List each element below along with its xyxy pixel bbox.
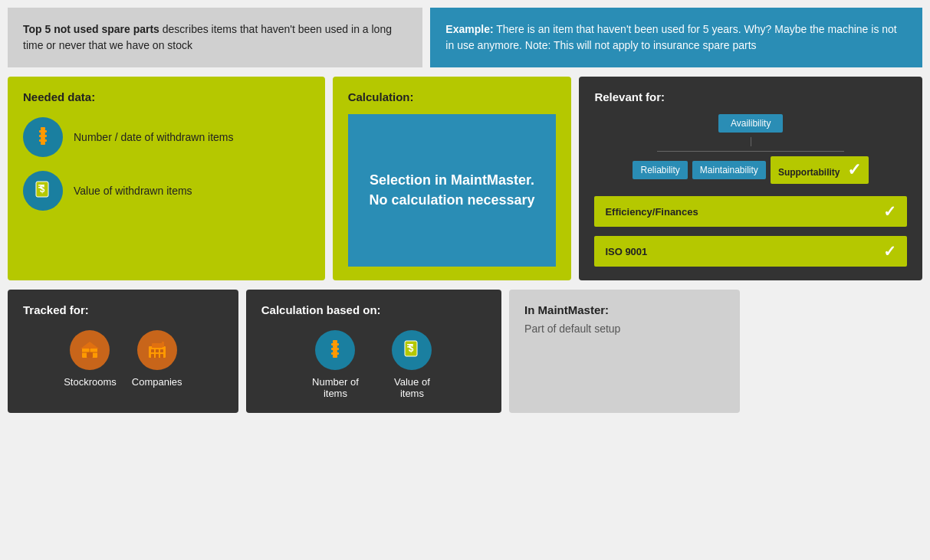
reliability-box: Reliability — [633, 161, 687, 179]
calculation-panel: Calculation: Selection in MaintMaster. N… — [333, 77, 572, 280]
relevance-diagram: Availibility Reliability Maintainability… — [594, 114, 907, 267]
companies-icon-circle — [137, 330, 177, 370]
svg-rect-28 — [331, 348, 339, 350]
supportability-check: ✓ — [847, 160, 861, 179]
top-right-example: Example: There is an item that haven't b… — [430, 8, 922, 67]
calc-box: Selection in MaintMaster. No calculation… — [348, 114, 557, 267]
needed-data-title: Needed data: — [23, 90, 310, 103]
svg-rect-21 — [151, 354, 154, 358]
relevant-for-title: Relevant for: — [594, 90, 907, 103]
svg-rect-2 — [41, 133, 45, 135]
svg-rect-35 — [407, 346, 411, 348]
relevant-for-panel: Relevant for: Availibility Reliability M… — [579, 77, 922, 280]
diagram-middle-row: Reliability Maintainability Supportabili… — [594, 156, 907, 184]
top-section: Top 5 not used spare parts describes ite… — [8, 8, 922, 67]
connector-h — [657, 151, 845, 152]
stockrooms-label: Stockrooms — [64, 376, 117, 388]
svg-marker-12 — [81, 342, 99, 349]
top-right-rest: There is an item that haven't been used … — [445, 23, 896, 51]
iso-row: ISO 9001 ✓ — [594, 236, 907, 267]
svg-rect-9 — [38, 185, 44, 186]
top-left-description: Top 5 not used spare parts describes ite… — [8, 8, 422, 67]
number-items-icon — [324, 339, 347, 362]
value-items-icon-circle-2: $ — [392, 330, 432, 370]
svg-rect-22 — [156, 354, 159, 358]
calc-based-title: Calculation based on: — [261, 303, 486, 316]
iso-check: ✓ — [883, 242, 896, 260]
middle-section: Needed data: Number / date of withdrawn … — [8, 77, 922, 280]
top-left-bold: Top 5 not used spare parts — [23, 23, 159, 35]
stockrooms-icon-circle — [70, 330, 110, 370]
companies-icon — [146, 339, 169, 362]
calc-box-text: Selection in MaintMaster. No calculation… — [363, 171, 541, 209]
tracked-for-panel: Tracked for: Stockrooms — [8, 290, 238, 413]
svg-rect-17 — [152, 343, 163, 348]
svg-rect-19 — [156, 349, 159, 352]
svg-rect-23 — [160, 354, 163, 358]
svg-rect-25 — [333, 340, 337, 343]
top-right-bold: Example: — [445, 23, 493, 35]
availability-box: Availibility — [718, 114, 783, 133]
svg-rect-6 — [41, 142, 45, 145]
svg-rect-10 — [38, 187, 42, 188]
svg-rect-30 — [331, 352, 339, 355]
svg-rect-4 — [41, 137, 45, 139]
withdrawn-items-icon-circle — [23, 117, 63, 157]
value-items-label: Value of items — [381, 376, 442, 399]
supportability-box: Supportability ✓ — [771, 156, 869, 184]
value-items-icon: $ — [400, 339, 423, 362]
svg-rect-29 — [333, 350, 337, 352]
svg-rect-5 — [39, 139, 47, 142]
connector-1 — [751, 137, 751, 146]
svg-rect-3 — [39, 135, 47, 137]
in-maintmaster-panel: In MaintMaster: Part of default setup — [509, 290, 740, 413]
needed-data-label-1: Number / date of withdrawn items — [74, 131, 234, 143]
svg-rect-1 — [39, 130, 47, 133]
svg-rect-0 — [41, 127, 45, 130]
tracked-icons-container: Stockrooms — [23, 330, 223, 388]
efficiency-row: Efficiency/Finances ✓ — [594, 196, 907, 227]
svg-rect-20 — [160, 349, 163, 352]
svg-rect-34 — [407, 344, 413, 345]
tracked-item-companies: Companies — [132, 330, 182, 388]
number-items-icon-circle — [315, 330, 355, 370]
needed-data-label-2: Value of withdrawn items — [74, 185, 192, 197]
calc-based-item-value: $ Value of items — [381, 330, 442, 399]
calc-based-icons-container: Number of items $ Value of items — [261, 330, 486, 399]
coil-icon — [31, 126, 54, 149]
calculation-title: Calculation: — [348, 90, 557, 103]
number-items-label: Number of items — [304, 376, 366, 399]
tracked-item-stockrooms: Stockrooms — [64, 330, 117, 388]
needed-data-panel: Needed data: Number / date of withdrawn … — [8, 77, 325, 280]
iso-label: ISO 9001 — [605, 246, 647, 257]
value-items-icon-circle: $ — [23, 171, 63, 211]
efficiency-label: Efficiency/Finances — [605, 206, 698, 218]
bottom-section: Tracked for: Stockrooms — [8, 290, 922, 413]
in-maintmaster-title: In MaintMaster: — [524, 303, 725, 316]
tracked-for-title: Tracked for: — [23, 303, 223, 316]
companies-label: Companies — [132, 376, 182, 388]
svg-rect-18 — [151, 349, 154, 352]
efficiency-check: ✓ — [883, 202, 896, 221]
needed-data-item-1: Number / date of withdrawn items — [23, 117, 310, 157]
svg-rect-24 — [162, 342, 164, 347]
spacer — [748, 290, 922, 413]
svg-rect-27 — [333, 345, 337, 348]
stockrooms-icon — [78, 339, 101, 362]
svg-rect-26 — [331, 343, 339, 345]
calc-based-panel: Calculation based on: Number of items — [246, 290, 501, 413]
needed-data-item-2: $ Value of withdrawn items — [23, 171, 310, 211]
svg-rect-31 — [333, 355, 337, 358]
in-maintmaster-text: Part of default setup — [524, 323, 725, 335]
calc-based-item-number: Number of items — [304, 330, 366, 399]
maintainability-box: Maintainability — [692, 161, 766, 179]
document-dollar-icon: $ — [31, 179, 54, 202]
